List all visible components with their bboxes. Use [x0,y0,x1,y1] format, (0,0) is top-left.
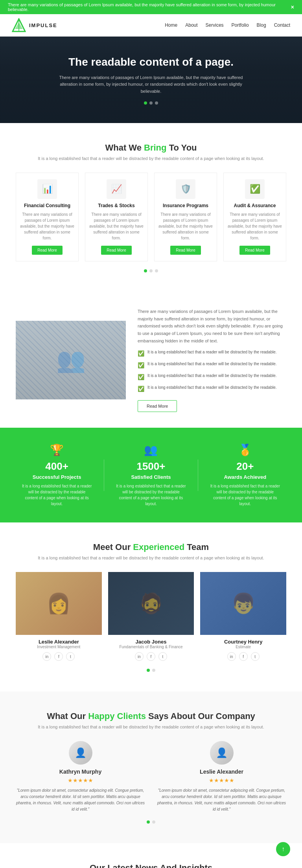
about-text: There are many variations of passages of… [138,308,286,344]
team-twitter-0[interactable]: t [66,652,75,661]
stat-label-2: Awards Achieved [210,474,280,480]
team-card-0: 👩 Leslie Alexander Investment Management… [16,572,102,661]
notification-bar: There are many variations of passages of… [0,0,302,14]
testimonials-grid: 👤 Kathryn Murphy ★★★★★ "Lorem ipsum dolo… [16,741,286,813]
services-dot-2[interactable] [149,269,153,272]
team-role-0: Investment Management [16,645,102,649]
nav-link-about[interactable]: About [185,22,197,28]
testimonial-text-0: "Lorem ipsum dolor sit amet, consectetur… [16,787,145,813]
team-facebook-2[interactable]: f [239,652,248,661]
team-social-2: in f t [200,652,286,661]
service-read-more-3[interactable]: Read More [239,246,270,255]
team-title-2: Team [187,542,209,552]
stat-icon-1: 👥 [116,443,186,456]
team-twitter-2[interactable]: t [251,652,260,661]
stat-desc-0: It is a long established fact that a rea… [22,483,92,507]
testimonial-stars-0: ★★★★★ [16,777,145,783]
team-role-2: Estimate [200,645,286,649]
testimonials-dot-1[interactable] [147,820,150,824]
team-grid: 👩 Leslie Alexander Investment Management… [16,572,286,661]
stat-number-1: 1500+ [116,460,186,473]
notification-close[interactable]: × [291,4,294,10]
stats-section: 🏆 400+ Successful Projects It is a long … [0,428,302,522]
team-card-1: 🧔 Jacob Jones Fundamentals of Banking & … [108,572,194,661]
services-title: What We Bring To You [16,143,286,153]
service-desc-2: There are many variations of passages of… [158,211,213,241]
team-dot-1[interactable] [147,669,150,672]
nav-link-home[interactable]: Home [165,22,177,28]
team-subtitle: It is a long established fact that a rea… [16,555,286,560]
services-title-1: What We [105,143,141,153]
team-linkedin-1[interactable]: in [135,652,144,661]
service-card-0: 📊 Financial Consulting There are many va… [16,173,79,261]
logo-text: IMPULSE [29,22,57,28]
hero-content: The readable content of a page. There ar… [29,55,273,104]
service-read-more-2[interactable]: Read More [170,246,201,255]
services-title-2: To You [169,143,197,153]
nav-link-portfolio[interactable]: Portfolio [232,22,249,28]
testimonials-title-2: Says About Our Company [148,711,255,721]
team-facebook-1[interactable]: f [147,652,155,661]
testimonial-card-1: 👤 Leslie Alexander ★★★★★ "Lorem ipsum do… [157,741,286,813]
testimonial-name-1: Leslie Alexander [157,769,286,775]
service-name-0: Financial Consulting [20,203,74,208]
testimonials-section: What Our Happy Clients Says About Our Co… [0,691,302,843]
testimonial-avatar-0: 👤 [69,741,92,765]
team-linkedin-0[interactable]: in [42,652,51,661]
services-subtitle: It is a long established fact that a rea… [16,156,286,161]
about-section: 👥 There are many variations of passages … [0,292,302,428]
news-section: Our Latest News And Insights It is a lon… [0,843,302,868]
services-dot-3[interactable] [155,269,158,272]
testimonials-subtitle: It is a long established fact that a rea… [16,725,286,729]
team-name-1: Jacob Jones [108,639,194,645]
check-item-2: ✅It is a long established fact that a re… [138,373,286,381]
services-dot-1[interactable] [144,269,147,272]
service-card-3: ✅ Audit & Assurance There are many varia… [223,173,286,261]
check-text-1: It is a long established fact that a rea… [147,361,277,367]
logo[interactable]: IMPULSE [12,18,57,32]
service-name-3: Audit & Assurance [228,203,282,208]
team-social-0: in f t [16,652,102,661]
hero-dot-1[interactable] [144,101,147,105]
nav-link-services[interactable]: Services [206,22,224,28]
testimonial-avatar-1: 👤 [210,741,234,765]
team-card-2: 👦 Courtney Henry Estimate in f t [200,572,286,661]
services-title-highlight: Bring [144,143,166,153]
team-photo-1: 🧔 [108,572,194,635]
about-read-more-button[interactable]: Read More [138,400,177,412]
nav-link-contact[interactable]: Contact [274,22,290,28]
about-image-inner: 👥 [16,321,126,399]
team-linkedin-2[interactable]: in [227,652,236,661]
testimonials-title-highlight: Happy Clients [88,711,146,721]
back-to-top-button[interactable]: ↑ [276,842,290,856]
check-item-1: ✅It is a long established fact that a re… [138,361,286,370]
service-desc-3: There are many variations of passages of… [228,211,282,241]
nav-link-blog[interactable]: Blog [257,22,266,28]
stat-item-1: 👥 1500+ Satisfied Clients It is a long e… [116,443,186,507]
service-icon-1: 📈 [107,179,126,199]
testimonials-dot-2[interactable] [152,820,155,824]
stat-divider-1 [104,460,104,491]
service-read-more-0[interactable]: Read More [32,246,62,255]
service-read-more-1[interactable]: Read More [101,246,131,255]
check-text-0: It is a long established fact that a rea… [147,349,277,355]
stat-divider-2 [198,460,198,491]
stat-item-0: 🏆 400+ Successful Projects It is a long … [22,443,92,507]
hero-dot-3[interactable] [155,101,158,105]
service-desc-1: There are many variations of passages of… [89,211,144,241]
services-grid: 📊 Financial Consulting There are many va… [16,173,286,261]
team-dot-2[interactable] [152,669,155,672]
stat-desc-2: It is a long established fact that a rea… [210,483,280,507]
news-title: Our Latest News And Insights [16,863,286,868]
team-facebook-0[interactable]: f [54,652,63,661]
check-icon-2: ✅ [138,373,144,381]
header: IMPULSE HomeAboutServicesPortfolioBlogCo… [0,14,302,37]
about-checks: ✅It is a long established fact that a re… [138,349,286,393]
hero-dot-2[interactable] [149,101,153,105]
stat-number-2: 20+ [210,460,280,473]
about-people-icon: 👥 [56,346,86,374]
testimonials-carousel-dots [16,820,286,824]
team-twitter-1[interactable]: t [158,652,167,661]
testimonial-stars-1: ★★★★★ [157,777,286,783]
main-nav: HomeAboutServicesPortfolioBlogContact [165,22,290,28]
